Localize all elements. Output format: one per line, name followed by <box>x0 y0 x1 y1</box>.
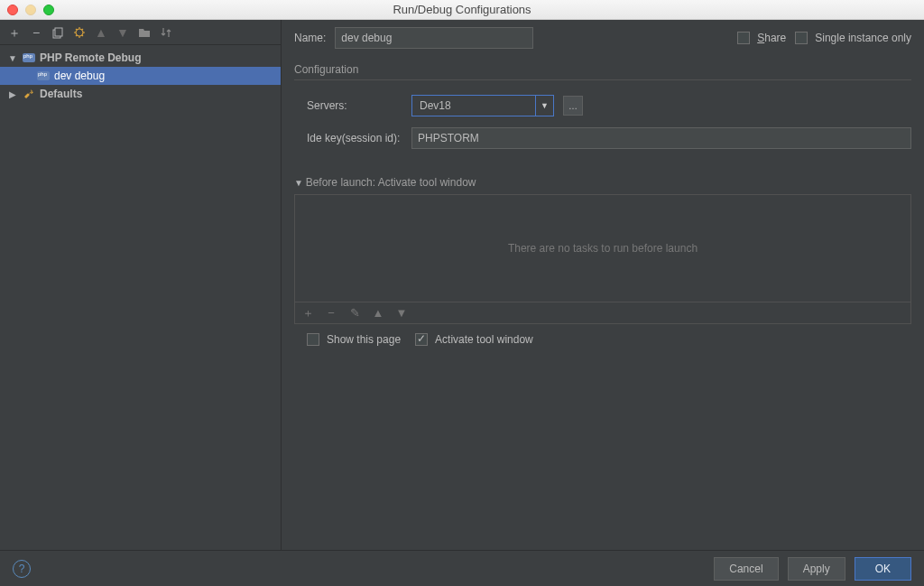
tree-node-label: Defaults <box>40 88 82 100</box>
move-task-down-button: ▼ <box>394 306 409 321</box>
add-config-button[interactable]: ＋ <box>7 25 22 40</box>
tree-node-label: dev debug <box>54 70 105 82</box>
checkbox-icon <box>307 333 319 346</box>
add-task-button[interactable]: ＋ <box>300 306 315 321</box>
close-window-button[interactable] <box>7 5 18 15</box>
ide-key-input[interactable] <box>411 127 911 149</box>
configuration-section-header: Configuration <box>294 63 911 76</box>
tasks-toolbar: ＋ − ✎ ▲ ▼ <box>294 302 911 324</box>
configurations-sidebar: ＋ − ▲ ▼ PHP Remote Debug <box>0 20 282 550</box>
folder-button[interactable] <box>137 25 152 40</box>
edit-task-button: ✎ <box>347 306 362 321</box>
sidebar-toolbar: ＋ − ▲ ▼ <box>0 20 281 45</box>
dialog-button-bar: ? Cancel Apply OK <box>0 550 924 586</box>
remove-config-button[interactable]: − <box>29 25 43 40</box>
ok-button[interactable]: OK <box>855 557 911 581</box>
chevron-down-icon[interactable]: ▼ <box>535 96 553 116</box>
ide-key-label: Ide key(session id): <box>294 132 402 144</box>
expand-caret-icon[interactable] <box>7 89 18 99</box>
tree-node-php-remote-debug[interactable]: PHP Remote Debug <box>0 49 281 67</box>
php-icon <box>36 69 51 83</box>
servers-browse-button[interactable]: … <box>563 96 583 116</box>
titlebar: Run/Debug Configurations <box>0 0 924 20</box>
php-icon <box>22 51 36 65</box>
checkbox-icon <box>737 32 750 44</box>
sort-button[interactable] <box>159 25 173 40</box>
minimize-window-button <box>25 5 36 15</box>
config-tree[interactable]: PHP Remote Debug dev debug Defaults <box>0 45 281 550</box>
help-button[interactable]: ? <box>13 560 31 578</box>
move-down-button[interactable]: ▼ <box>116 25 130 40</box>
share-checkbox[interactable]: Share <box>737 32 786 44</box>
move-up-button[interactable]: ▲ <box>94 25 108 40</box>
activate-tool-window-checkbox[interactable]: Activate tool window <box>415 333 533 346</box>
tree-node-dev-debug[interactable]: dev debug <box>0 67 281 85</box>
checkbox-icon <box>795 32 808 44</box>
show-this-page-checkbox[interactable]: Show this page <box>307 333 401 346</box>
single-instance-label: Single instance only <box>815 32 911 44</box>
activate-tool-window-label: Activate tool window <box>435 333 533 346</box>
tree-node-label: PHP Remote Debug <box>40 51 141 64</box>
window-title: Run/Debug Configurations <box>54 3 870 16</box>
apply-button[interactable]: Apply <box>788 557 845 581</box>
share-label-rest: hare <box>764 32 786 44</box>
tree-node-defaults[interactable]: Defaults <box>0 85 281 103</box>
single-instance-checkbox[interactable]: Single instance only <box>795 32 911 44</box>
remove-task-button: − <box>324 306 338 321</box>
before-launch-tasks-box: There are no tasks to run before launch <box>294 194 911 302</box>
move-task-up-button: ▲ <box>371 306 385 321</box>
wrench-icon <box>22 87 36 101</box>
show-this-page-label: Show this page <box>327 333 401 346</box>
servers-label: Servers: <box>294 99 402 112</box>
config-form: Name: Share Single instance only Configu… <box>282 20 924 550</box>
zoom-window-button[interactable] <box>43 5 54 15</box>
cancel-button[interactable]: Cancel <box>714 557 778 581</box>
servers-value: Dev18 <box>412 99 535 112</box>
before-launch-header[interactable]: Before launch: Activate tool window <box>294 176 911 189</box>
svg-rect-1 <box>55 28 62 36</box>
servers-combobox[interactable]: Dev18 ▼ <box>411 95 554 116</box>
section-divider <box>294 79 911 80</box>
window-controls <box>7 5 54 15</box>
name-label: Name: <box>294 32 326 44</box>
checkbox-icon <box>415 333 428 346</box>
name-input[interactable] <box>335 27 533 49</box>
edit-defaults-button[interactable] <box>72 25 87 40</box>
no-tasks-text: There are no tasks to run before launch <box>508 242 698 255</box>
expand-caret-icon[interactable] <box>7 53 18 63</box>
copy-config-button[interactable] <box>51 25 65 40</box>
